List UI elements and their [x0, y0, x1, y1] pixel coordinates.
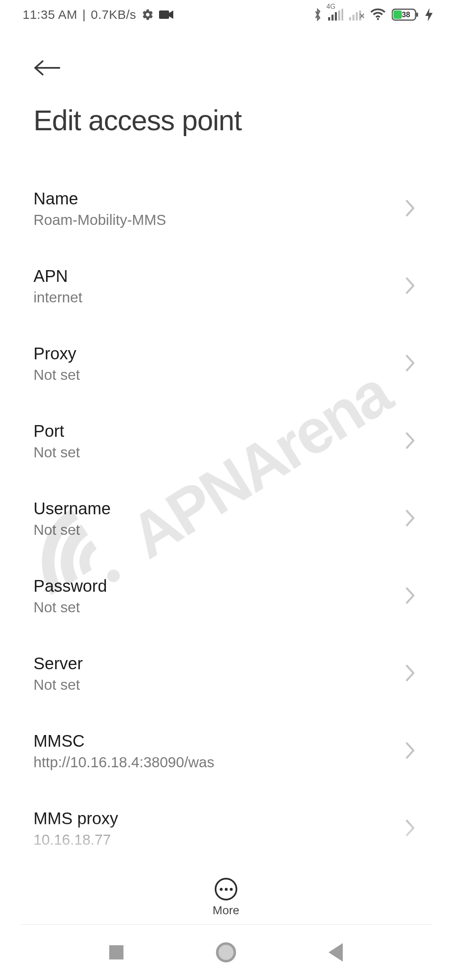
- status-net-speed: 0.7KB/s: [91, 8, 136, 22]
- setting-row-mms-proxy[interactable]: MMS proxy10.16.18.77: [33, 794, 419, 872]
- setting-texts: PasswordNot set: [33, 577, 107, 616]
- svg-rect-0: [159, 10, 169, 19]
- setting-texts: ProxyNot set: [33, 344, 80, 383]
- setting-label: MMS proxy: [33, 809, 118, 828]
- setting-value: internet: [33, 289, 82, 306]
- camera-icon: [159, 10, 173, 20]
- setting-value: 10.16.18.77: [33, 831, 118, 848]
- setting-texts: MMSChttp://10.16.18.4:38090/was: [33, 732, 214, 771]
- setting-label: MMSC: [33, 732, 214, 750]
- chevron-right-icon: [404, 741, 416, 761]
- signal-sim2-icon: [349, 9, 364, 21]
- chevron-right-icon: [404, 586, 416, 606]
- setting-row-mmsc[interactable]: MMSChttp://10.16.18.4:38090/was: [33, 717, 419, 794]
- wifi-icon: [370, 8, 386, 21]
- svg-rect-4: [338, 10, 340, 21]
- setting-label: APN: [33, 267, 82, 286]
- status-time: 11:35 AM: [23, 8, 77, 22]
- setting-texts: NameRoam-Mobility-MMS: [33, 189, 166, 228]
- nav-back-button[interactable]: [329, 943, 343, 962]
- setting-texts: MMS proxy10.16.18.77: [33, 809, 118, 848]
- setting-value: Not set: [33, 599, 107, 616]
- setting-label: Port: [33, 422, 80, 441]
- setting-value: Not set: [33, 676, 83, 693]
- setting-row-username[interactable]: UsernameNot set: [33, 484, 419, 562]
- bluetooth-icon: [313, 8, 322, 22]
- setting-value: Not set: [33, 444, 80, 461]
- svg-rect-5: [342, 9, 343, 21]
- setting-row-proxy[interactable]: ProxyNot set: [33, 329, 419, 407]
- svg-rect-7: [352, 15, 354, 21]
- setting-row-name[interactable]: NameRoam-Mobility-MMS: [33, 174, 419, 252]
- svg-rect-13: [416, 13, 418, 17]
- setting-value: http://10.16.18.4:38090/was: [33, 754, 214, 771]
- chevron-right-icon: [404, 354, 416, 374]
- setting-label: Password: [33, 577, 107, 596]
- setting-label: Proxy: [33, 344, 80, 363]
- battery-percent: 38: [402, 10, 410, 19]
- nav-recent-button[interactable]: [109, 945, 123, 959]
- setting-label: Username: [33, 499, 111, 518]
- more-dots-icon: [220, 888, 223, 891]
- svg-point-10: [377, 18, 379, 20]
- setting-value: Not set: [33, 521, 111, 538]
- status-left: 11:35 AM | 0.7KB/s: [23, 8, 173, 22]
- setting-value: Not set: [33, 366, 80, 383]
- status-bar: 11:35 AM | 0.7KB/s 4G 38: [0, 0, 452, 29]
- status-separator: |: [82, 8, 86, 22]
- setting-label: Name: [33, 189, 166, 208]
- chevron-right-icon: [404, 664, 416, 684]
- chevron-right-icon: [404, 431, 416, 451]
- svg-rect-12: [393, 10, 402, 19]
- more-label: More: [213, 904, 239, 917]
- chevron-right-icon: [404, 199, 416, 219]
- setting-value: Roam-Mobility-MMS: [33, 211, 166, 228]
- status-right: 4G 38: [313, 8, 433, 22]
- nav-home-button[interactable]: [216, 942, 236, 962]
- setting-row-password[interactable]: PasswordNot set: [33, 562, 419, 639]
- charging-icon: [425, 8, 433, 21]
- svg-rect-8: [356, 12, 358, 21]
- svg-rect-1: [328, 17, 330, 21]
- svg-rect-6: [349, 17, 351, 21]
- setting-row-server[interactable]: ServerNot set: [33, 639, 419, 717]
- more-button[interactable]: [215, 878, 237, 900]
- gear-icon: [141, 8, 154, 21]
- chevron-right-icon: [404, 276, 416, 297]
- system-nav-bar: [0, 925, 452, 980]
- signal-sim1-label: 4G: [326, 3, 335, 10]
- svg-rect-3: [335, 12, 337, 21]
- setting-row-port[interactable]: PortNot set: [33, 407, 419, 484]
- page-title: Edit access point: [33, 104, 419, 137]
- settings-list: NameRoam-Mobility-MMSAPNinternetProxyNot…: [0, 141, 452, 872]
- setting-row-apn[interactable]: APNinternet: [33, 252, 419, 329]
- setting-label: Server: [33, 654, 83, 673]
- svg-rect-2: [331, 15, 334, 21]
- back-button[interactable]: [33, 54, 60, 91]
- setting-texts: APNinternet: [33, 267, 82, 306]
- setting-texts: UsernameNot set: [33, 499, 111, 538]
- app-bar: Edit access point: [0, 29, 452, 141]
- arrow-left-icon: [33, 59, 60, 77]
- setting-texts: PortNot set: [33, 422, 80, 461]
- setting-texts: ServerNot set: [33, 654, 83, 693]
- chevron-right-icon: [404, 509, 416, 529]
- signal-sim1-icon: 4G: [328, 9, 343, 21]
- battery-icon: 38: [392, 8, 419, 21]
- bottom-bar: More: [0, 878, 452, 917]
- chevron-right-icon: [404, 819, 416, 839]
